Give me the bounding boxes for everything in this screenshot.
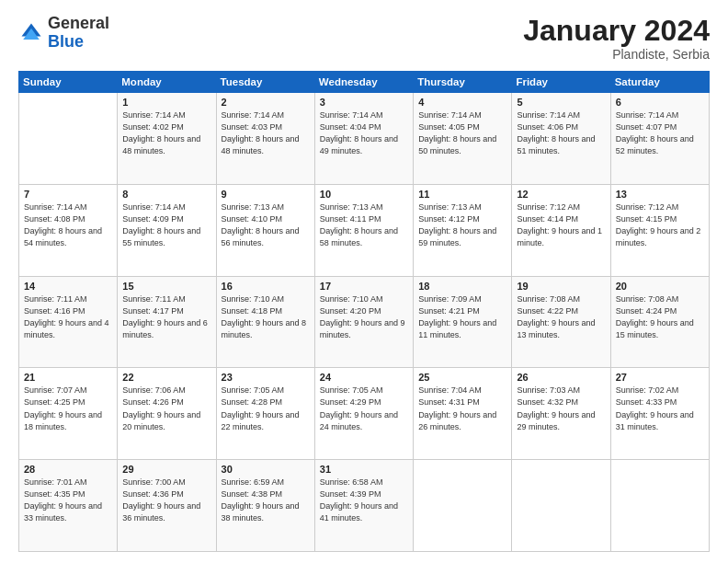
day-info: Sunrise: 7:08 AMSunset: 4:22 PMDaylight:…	[517, 293, 605, 341]
day-info: Sunrise: 7:14 AMSunset: 4:05 PMDaylight:…	[418, 109, 506, 157]
day-number: 13	[616, 189, 704, 200]
calendar-cell: 13Sunrise: 7:12 AMSunset: 4:15 PMDayligh…	[610, 184, 709, 276]
calendar-cell: 6Sunrise: 7:14 AMSunset: 4:07 PMDaylight…	[610, 93, 709, 185]
day-info: Sunrise: 7:04 AMSunset: 4:31 PMDaylight:…	[418, 385, 506, 432]
day-info: Sunrise: 7:02 AMSunset: 4:33 PMDaylight:…	[616, 385, 704, 432]
calendar-cell: 31Sunrise: 6:58 AMSunset: 4:39 PMDayligh…	[314, 460, 413, 552]
logo-icon	[18, 20, 44, 46]
day-number: 6	[616, 97, 704, 108]
day-number: 30	[222, 464, 310, 475]
day-info: Sunrise: 7:08 AMSunset: 4:24 PMDaylight:…	[616, 293, 704, 341]
day-info: Sunrise: 7:14 AMSunset: 4:03 PMDaylight:…	[222, 109, 310, 157]
day-number: 19	[517, 281, 605, 292]
day-number: 27	[616, 372, 704, 383]
calendar-cell: 25Sunrise: 7:04 AMSunset: 4:31 PMDayligh…	[414, 368, 512, 460]
day-info: Sunrise: 7:13 AMSunset: 4:12 PMDaylight:…	[418, 201, 506, 249]
day-info: Sunrise: 7:14 AMSunset: 4:09 PMDaylight:…	[122, 201, 210, 249]
calendar-page: General Blue January 2024 Plandiste, Ser…	[0, 0, 728, 563]
day-number: 14	[24, 281, 112, 292]
day-number: 7	[24, 189, 112, 200]
calendar-cell: 8Sunrise: 7:14 AMSunset: 4:09 PMDaylight…	[118, 184, 216, 276]
day-number: 23	[222, 372, 310, 383]
day-number: 10	[320, 189, 408, 200]
col-monday: Monday	[118, 72, 216, 93]
logo-blue: Blue	[48, 32, 84, 51]
col-thursday: Thursday	[414, 72, 512, 93]
calendar-header: Sunday Monday Tuesday Wednesday Thursday…	[19, 72, 710, 93]
day-number: 5	[517, 97, 605, 108]
calendar-week-row: 21Sunrise: 7:07 AMSunset: 4:25 PMDayligh…	[19, 368, 710, 460]
calendar-cell: 29Sunrise: 7:00 AMSunset: 4:36 PMDayligh…	[118, 460, 216, 552]
day-info: Sunrise: 7:01 AMSunset: 4:35 PMDaylight:…	[24, 477, 112, 524]
calendar-cell: 11Sunrise: 7:13 AMSunset: 4:12 PMDayligh…	[414, 184, 512, 276]
col-sunday: Sunday	[19, 72, 118, 93]
day-info: Sunrise: 7:10 AMSunset: 4:20 PMDaylight:…	[320, 293, 408, 341]
day-number: 4	[418, 97, 506, 108]
day-info: Sunrise: 7:05 AMSunset: 4:28 PMDaylight:…	[222, 385, 310, 432]
day-number: 26	[517, 372, 605, 383]
calendar-cell: 17Sunrise: 7:10 AMSunset: 4:20 PMDayligh…	[314, 276, 413, 368]
day-number: 22	[122, 372, 210, 383]
day-info: Sunrise: 7:11 AMSunset: 4:16 PMDaylight:…	[24, 293, 112, 341]
day-number: 16	[222, 281, 310, 292]
day-info: Sunrise: 7:06 AMSunset: 4:26 PMDaylight:…	[122, 385, 210, 432]
day-info: Sunrise: 7:07 AMSunset: 4:25 PMDaylight:…	[24, 385, 112, 432]
calendar-cell: 15Sunrise: 7:11 AMSunset: 4:17 PMDayligh…	[118, 276, 216, 368]
calendar-cell: 14Sunrise: 7:11 AMSunset: 4:16 PMDayligh…	[19, 276, 118, 368]
col-wednesday: Wednesday	[314, 72, 413, 93]
calendar-cell: 9Sunrise: 7:13 AMSunset: 4:10 PMDaylight…	[216, 184, 314, 276]
day-number: 20	[616, 281, 704, 292]
header-row: Sunday Monday Tuesday Wednesday Thursday…	[19, 72, 710, 93]
calendar-cell: 24Sunrise: 7:05 AMSunset: 4:29 PMDayligh…	[314, 368, 413, 460]
calendar-cell: 28Sunrise: 7:01 AMSunset: 4:35 PMDayligh…	[19, 460, 118, 552]
day-info: Sunrise: 7:09 AMSunset: 4:21 PMDaylight:…	[418, 293, 506, 341]
calendar-body: 1Sunrise: 7:14 AMSunset: 4:02 PMDaylight…	[19, 93, 710, 552]
day-info: Sunrise: 7:03 AMSunset: 4:32 PMDaylight:…	[517, 385, 605, 432]
calendar-cell: 26Sunrise: 7:03 AMSunset: 4:32 PMDayligh…	[512, 368, 610, 460]
calendar-cell: 4Sunrise: 7:14 AMSunset: 4:05 PMDaylight…	[414, 93, 512, 185]
day-number: 31	[320, 464, 408, 475]
month-title: January 2024	[523, 15, 710, 47]
day-info: Sunrise: 7:11 AMSunset: 4:17 PMDaylight:…	[122, 293, 210, 341]
calendar-cell: 1Sunrise: 7:14 AMSunset: 4:02 PMDaylight…	[118, 93, 216, 185]
calendar-cell: 27Sunrise: 7:02 AMSunset: 4:33 PMDayligh…	[610, 368, 709, 460]
day-number: 18	[418, 281, 506, 292]
calendar-cell	[414, 460, 512, 552]
calendar-week-row: 28Sunrise: 7:01 AMSunset: 4:35 PMDayligh…	[19, 460, 710, 552]
calendar-week-row: 14Sunrise: 7:11 AMSunset: 4:16 PMDayligh…	[19, 276, 710, 368]
day-info: Sunrise: 6:59 AMSunset: 4:38 PMDaylight:…	[222, 477, 310, 524]
calendar-cell: 7Sunrise: 7:14 AMSunset: 4:08 PMDaylight…	[19, 184, 118, 276]
calendar-cell: 21Sunrise: 7:07 AMSunset: 4:25 PMDayligh…	[19, 368, 118, 460]
day-number: 3	[320, 97, 408, 108]
logo: General Blue	[18, 15, 109, 52]
calendar-cell: 3Sunrise: 7:14 AMSunset: 4:04 PMDaylight…	[314, 93, 413, 185]
day-number: 2	[222, 97, 310, 108]
calendar-cell: 10Sunrise: 7:13 AMSunset: 4:11 PMDayligh…	[314, 184, 413, 276]
day-number: 8	[122, 189, 210, 200]
day-info: Sunrise: 7:14 AMSunset: 4:06 PMDaylight:…	[517, 109, 605, 157]
location: Plandiste, Serbia	[523, 47, 710, 62]
day-number: 11	[418, 189, 506, 200]
day-number: 21	[24, 372, 112, 383]
calendar-week-row: 7Sunrise: 7:14 AMSunset: 4:08 PMDaylight…	[19, 184, 710, 276]
calendar-cell: 5Sunrise: 7:14 AMSunset: 4:06 PMDaylight…	[512, 93, 610, 185]
day-info: Sunrise: 7:00 AMSunset: 4:36 PMDaylight:…	[122, 477, 210, 524]
day-info: Sunrise: 7:14 AMSunset: 4:04 PMDaylight:…	[320, 109, 408, 157]
logo-text: General Blue	[48, 15, 109, 52]
day-info: Sunrise: 6:58 AMSunset: 4:39 PMDaylight:…	[320, 477, 408, 524]
day-number: 17	[320, 281, 408, 292]
calendar-week-row: 1Sunrise: 7:14 AMSunset: 4:02 PMDaylight…	[19, 93, 710, 185]
day-info: Sunrise: 7:14 AMSunset: 4:08 PMDaylight:…	[24, 201, 112, 249]
day-number: 1	[122, 97, 210, 108]
calendar-cell: 19Sunrise: 7:08 AMSunset: 4:22 PMDayligh…	[512, 276, 610, 368]
header: General Blue January 2024 Plandiste, Ser…	[18, 15, 710, 62]
title-block: January 2024 Plandiste, Serbia	[523, 15, 710, 62]
day-number: 24	[320, 372, 408, 383]
day-number: 28	[24, 464, 112, 475]
logo-general: General	[48, 14, 109, 32]
day-info: Sunrise: 7:05 AMSunset: 4:29 PMDaylight:…	[320, 385, 408, 432]
day-info: Sunrise: 7:14 AMSunset: 4:02 PMDaylight:…	[122, 109, 210, 157]
calendar-cell: 12Sunrise: 7:12 AMSunset: 4:14 PMDayligh…	[512, 184, 610, 276]
calendar-cell	[19, 93, 118, 185]
day-info: Sunrise: 7:13 AMSunset: 4:11 PMDaylight:…	[320, 201, 408, 249]
